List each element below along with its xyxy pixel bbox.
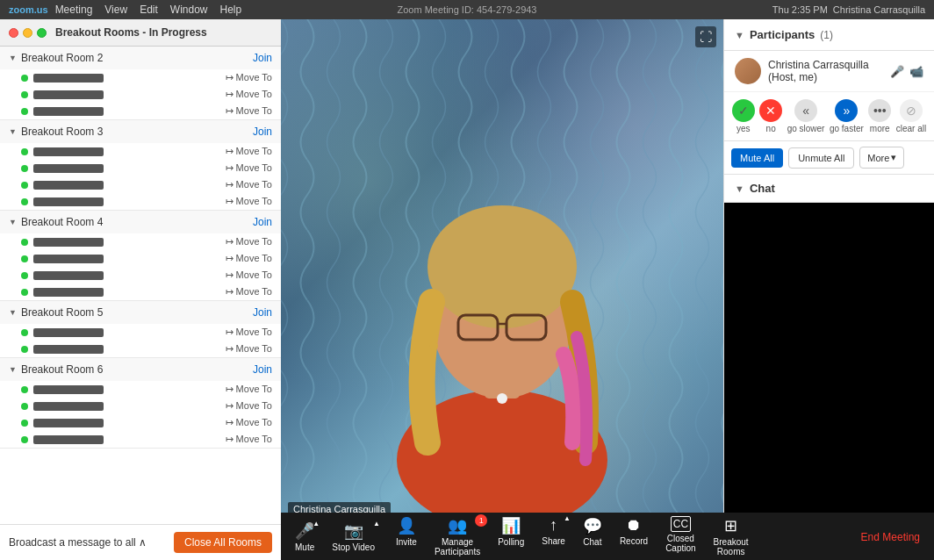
- menu-view[interactable]: View: [104, 4, 127, 16]
- fullscreen-button[interactable]: ⛶: [695, 26, 716, 47]
- window-controls[interactable]: [9, 28, 47, 38]
- mac-titlebar: zoom.us Meeting View Edit Window Help Zo…: [0, 0, 934, 19]
- participant-name-bar: [33, 181, 104, 190]
- move-to-btn[interactable]: ↦ Move To: [226, 146, 272, 157]
- action-bar: Mute All Unmute All More ▾: [724, 141, 934, 175]
- share-icon: ↑: [550, 516, 557, 535]
- close-button[interactable]: [9, 28, 18, 38]
- breakout-panel: Breakout Rooms - In Progress ▼ Breakout …: [0, 19, 281, 560]
- menu-bar[interactable]: Meeting View Edit Window Help: [55, 4, 242, 16]
- move-to-btn[interactable]: ↦ Move To: [226, 196, 272, 207]
- move-to-btn[interactable]: ↦ Move To: [226, 400, 272, 412]
- more-reactions-button[interactable]: ••• more: [868, 99, 891, 133]
- more-actions-button[interactable]: More ▾: [859, 147, 904, 169]
- move-to-btn[interactable]: ↦ Move To: [226, 343, 272, 355]
- move-to-btn[interactable]: ↦ Move To: [226, 162, 272, 174]
- move-to-btn[interactable]: ↦ Move To: [226, 286, 272, 298]
- table-row: ↦ Move To: [0, 176, 281, 193]
- join-button-6[interactable]: Join: [253, 363, 272, 376]
- chat-header[interactable]: ▼ Chat: [724, 175, 934, 203]
- table-row: ↦ Move To: [0, 160, 281, 176]
- no-label: no: [766, 124, 776, 133]
- share-button[interactable]: ↑ Share: [542, 516, 565, 546]
- participants-header[interactable]: ▼ Participants (1): [724, 19, 934, 51]
- datetime: Thu 2:35 PM: [772, 4, 828, 15]
- stop-video-icon: 📷: [344, 521, 363, 541]
- no-reaction-button[interactable]: ✕ no: [759, 99, 782, 133]
- room-header-3[interactable]: ▼ Breakout Room 3 Join: [0, 120, 281, 143]
- join-button-4[interactable]: Join: [253, 216, 272, 228]
- clear-all-button[interactable]: ⊘ clear all: [896, 99, 926, 133]
- record-button[interactable]: ⏺ Record: [620, 516, 648, 556]
- move-to-btn[interactable]: ↦ Move To: [226, 384, 272, 395]
- move-to-btn[interactable]: ↦ Move To: [226, 179, 272, 190]
- minimize-button[interactable]: [23, 28, 32, 38]
- table-row: ↦ Move To: [0, 431, 281, 448]
- breakout-list: ▼ Breakout Room 2 Join ↦ Move To: [0, 47, 281, 524]
- chevron-icon-6: ▼: [9, 365, 17, 374]
- video-caret-icon[interactable]: ▲: [373, 520, 380, 528]
- join-button-2[interactable]: Join: [253, 52, 272, 64]
- yes-label: yes: [736, 124, 751, 133]
- menu-help[interactable]: Help: [220, 4, 242, 16]
- menu-window[interactable]: Window: [170, 4, 208, 16]
- participant-icons: 🎤 📹: [890, 65, 923, 78]
- status-dot: [21, 165, 28, 172]
- invite-icon: 👤: [397, 516, 416, 535]
- status-dot: [21, 420, 28, 427]
- mute-all-button[interactable]: Mute All: [731, 148, 783, 168]
- status-dot: [21, 403, 28, 410]
- join-button-5[interactable]: Join: [253, 306, 272, 319]
- move-to-btn[interactable]: ↦ Move To: [226, 269, 272, 281]
- closed-caption-button[interactable]: CC Closed Caption: [665, 516, 695, 556]
- closed-caption-label: Closed Caption: [665, 534, 695, 553]
- room-name-2: Breakout Room 2: [21, 52, 103, 64]
- chat-collapse-icon[interactable]: ▼: [735, 183, 744, 194]
- move-to-btn[interactable]: ↦ Move To: [226, 105, 272, 117]
- participants-collapse-icon[interactable]: ▼: [735, 30, 744, 40]
- go-faster-button[interactable]: » go faster: [830, 99, 864, 133]
- yes-reaction-button[interactable]: ✓ yes: [732, 99, 755, 133]
- manage-participants-button[interactable]: 👥 Manage Participants: [435, 516, 480, 556]
- join-button-3[interactable]: Join: [253, 126, 272, 138]
- mute-caret-icon[interactable]: ▲: [313, 520, 320, 528]
- breakout-rooms-button[interactable]: ⊞ Breakout Rooms: [714, 516, 749, 556]
- participant-name: Christina Carrasquilla (Host, me): [768, 59, 883, 83]
- broadcast-label: Broadcast a message to all: [9, 536, 136, 549]
- end-meeting-button[interactable]: End Meeting: [861, 531, 920, 543]
- move-to-btn[interactable]: ↦ Move To: [226, 417, 272, 428]
- move-to-btn[interactable]: ↦ Move To: [226, 89, 272, 100]
- go-slower-button[interactable]: « go slower: [787, 99, 825, 133]
- maximize-button[interactable]: [37, 28, 47, 38]
- status-dot: [21, 148, 28, 155]
- room-header-2[interactable]: ▼ Breakout Room 2 Join: [0, 47, 281, 69]
- share-caret-icon[interactable]: ▲: [564, 514, 571, 522]
- stop-video-button[interactable]: 📷 Stop Video: [332, 521, 375, 552]
- mic-icon: 🎤: [890, 65, 904, 78]
- unmute-all-button[interactable]: Unmute All: [788, 147, 854, 169]
- go-slower-label: go slower: [787, 124, 825, 133]
- status-dot: [21, 436, 28, 443]
- status-dot: [21, 239, 28, 246]
- menu-meeting[interactable]: Meeting: [55, 4, 93, 16]
- share-group: ↑ Share ▲: [542, 516, 565, 556]
- move-to-btn[interactable]: ↦ Move To: [226, 253, 272, 264]
- move-to-btn[interactable]: ↦ Move To: [226, 72, 272, 83]
- broadcast-link[interactable]: Broadcast a message to all ∧: [9, 536, 147, 549]
- room-header-6[interactable]: ▼ Breakout Room 6 Join: [0, 358, 281, 381]
- toolbar-left-group: 🎤 Mute ▲ 📷 Stop Video ▲: [295, 521, 375, 552]
- close-all-button[interactable]: Close All Rooms: [174, 532, 272, 553]
- menu-edit[interactable]: Edit: [140, 4, 158, 16]
- camera-icon: 📹: [909, 65, 923, 78]
- move-to-btn[interactable]: ↦ Move To: [226, 236, 272, 248]
- polling-button[interactable]: 📊 Polling: [498, 516, 524, 556]
- chat-icon: 💬: [583, 516, 602, 535]
- move-to-btn[interactable]: ↦ Move To: [226, 434, 272, 445]
- chat-button[interactable]: 💬 Chat: [583, 516, 602, 556]
- participant-name-bar: [33, 419, 104, 427]
- invite-button[interactable]: 👤 Invite: [396, 516, 417, 556]
- room-header-5[interactable]: ▼ Breakout Room 5 Join: [0, 301, 281, 324]
- move-to-btn[interactable]: ↦ Move To: [226, 327, 272, 338]
- room-header-4[interactable]: ▼ Breakout Room 4 Join: [0, 211, 281, 233]
- mute-button[interactable]: 🎤 Mute: [295, 521, 314, 552]
